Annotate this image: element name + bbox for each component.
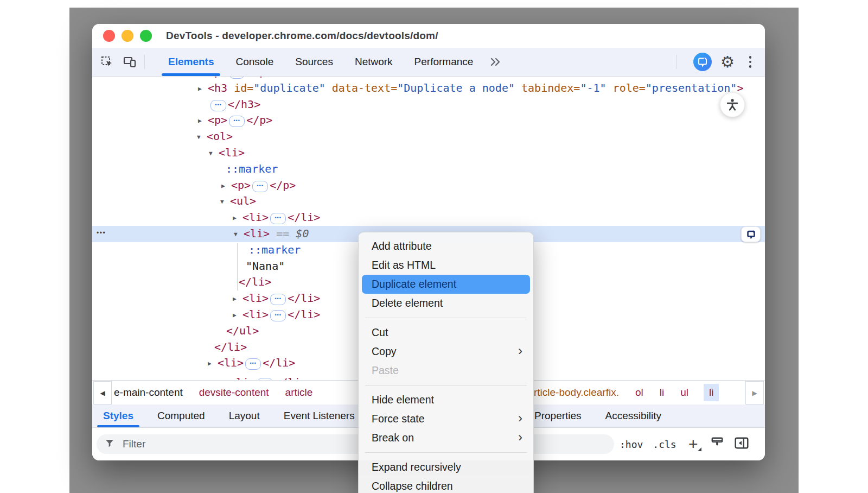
- dock-side-icon[interactable]: [734, 436, 749, 452]
- menu-item-add-attribute[interactable]: Add attribute: [362, 237, 530, 256]
- disclosure-right-icon[interactable]: ▶: [233, 291, 242, 307]
- dom-token-tag: <li>: [229, 376, 256, 380]
- dom-tree-row[interactable]: ▶<p>•••</p>: [92, 112, 765, 129]
- breadcrumb-item[interactable]: li: [659, 384, 665, 401]
- dom-tree-row[interactable]: ▼<li>: [92, 145, 765, 161]
- accessibility-person-icon[interactable]: [720, 92, 745, 117]
- new-style-rule-icon[interactable]: +: [686, 436, 700, 452]
- disclosure-right-icon[interactable]: ▶: [221, 178, 231, 194]
- disclosure-right-icon[interactable]: ▶: [233, 210, 242, 226]
- dom-token-pseudo: ::marker: [248, 243, 301, 256]
- more-options-icon[interactable]: [743, 55, 757, 69]
- menu-item-delete-element[interactable]: Delete element: [362, 294, 530, 313]
- menu-separator: [365, 452, 527, 453]
- disclosure-right-icon[interactable]: ▶: [220, 375, 229, 380]
- pseudo-state-toggle[interactable]: :hov: [620, 439, 643, 450]
- breadcrumb-item[interactable]: e-main-content: [113, 384, 184, 401]
- dom-tree-row[interactable]: ▶<p>•••</p>: [92, 77, 765, 80]
- styles-filter[interactable]: [97, 434, 614, 454]
- toolbar-divider: [676, 55, 677, 69]
- sidebar-tab-styles[interactable]: Styles: [97, 404, 140, 427]
- dom-token-tag: </li>: [239, 275, 271, 288]
- tab-network[interactable]: Network: [348, 48, 400, 76]
- menu-item-break-on[interactable]: Break on›: [362, 428, 530, 447]
- disclosure-down-icon[interactable]: ▼: [197, 129, 207, 146]
- breadcrumb-item[interactable]: rticle-body.clearfix.: [533, 384, 620, 401]
- menu-item-cut[interactable]: Cut: [362, 323, 530, 342]
- disclosure-down-icon[interactable]: ▼: [234, 226, 244, 243]
- menu-item-copy[interactable]: Copy›: [362, 342, 530, 361]
- breadcrumb-item[interactable]: ol: [634, 384, 644, 401]
- disclosure-down-icon[interactable]: ▼: [220, 194, 230, 210]
- dom-tree-row[interactable]: ▶<li>•••</li>: [92, 210, 765, 226]
- sidebar-tab-event-listeners[interactable]: Event Listeners: [277, 404, 361, 427]
- dom-token-tag: <ul>: [230, 194, 256, 207]
- dom-token-tag: <p>: [231, 179, 251, 192]
- device-toolbar-icon[interactable]: [123, 55, 137, 69]
- row-menu-dots-icon[interactable]: •••: [97, 225, 106, 242]
- sidebar-tab-properties[interactable]: Properties: [528, 404, 588, 427]
- disclosure-right-icon[interactable]: ▶: [208, 356, 218, 372]
- dom-tree-row[interactable]: •••</h3>: [92, 97, 765, 113]
- menu-item-expand-recursively[interactable]: Expand recursively: [362, 458, 530, 477]
- dom-token-attr: data-text=: [332, 81, 397, 94]
- window-titlebar: DevTools - developer.chrome.com/docs/dev…: [92, 24, 765, 48]
- tab-console[interactable]: Console: [228, 48, 280, 76]
- menu-item-hide-element[interactable]: Hide element: [362, 390, 530, 409]
- tab-performance[interactable]: Performance: [407, 48, 481, 76]
- menu-item-edit-as-html[interactable]: Edit as HTML: [362, 256, 530, 275]
- expand-inline-badge[interactable]: •••: [229, 116, 245, 127]
- expand-inline-badge[interactable]: •••: [270, 310, 286, 321]
- expand-inline-badge[interactable]: •••: [252, 181, 268, 192]
- dom-tree-row[interactable]: ::marker: [92, 161, 765, 178]
- inspect-icon[interactable]: [100, 55, 114, 69]
- dom-tree-row[interactable]: ▶<p>•••</p>: [92, 178, 765, 194]
- sidebar-tab-computed[interactable]: Computed: [151, 404, 212, 427]
- disclosure-right-icon[interactable]: ▶: [233, 307, 242, 324]
- menu-item-duplicate-element[interactable]: Duplicate element: [362, 275, 530, 294]
- expand-inline-badge[interactable]: •••: [270, 213, 286, 224]
- dom-tree-row[interactable]: ▶<h3 id="duplicate" data-text="Duplicate…: [92, 80, 765, 97]
- tab-elements[interactable]: Elements: [161, 48, 221, 76]
- ai-assistant-icon[interactable]: [693, 53, 712, 71]
- close-button[interactable]: [103, 30, 115, 42]
- sidebar-tab-layout[interactable]: Layout: [222, 404, 266, 427]
- disclosure-down-icon[interactable]: ▼: [209, 146, 219, 162]
- element-classes-toggle[interactable]: .cls: [653, 439, 676, 450]
- disclosure-right-icon[interactable]: ▶: [198, 81, 208, 97]
- expand-inline-badge[interactable]: •••: [245, 358, 261, 370]
- dom-token-tag: <li>: [218, 356, 244, 369]
- minimize-button[interactable]: [122, 30, 133, 42]
- breadcrumb-item[interactable]: article: [284, 384, 314, 401]
- breadcrumb-item[interactable]: ul: [679, 384, 690, 401]
- dom-tree-row[interactable]: ▼<ol>: [92, 129, 765, 145]
- menu-item-collapse-children[interactable]: Collapse children: [362, 477, 530, 493]
- dom-token-tag: <li>: [242, 292, 269, 305]
- breadcrumb-back-icon[interactable]: ◀: [93, 381, 112, 404]
- ai-assistant-badge[interactable]: [741, 226, 761, 242]
- expand-inline-badge[interactable]: •••: [229, 77, 245, 79]
- dom-token-tag: </p>: [270, 179, 296, 192]
- dom-token-tag: </li>: [263, 356, 295, 369]
- expand-inline-badge[interactable]: •••: [210, 100, 226, 111]
- breadcrumb-forward-icon[interactable]: ▶: [745, 381, 764, 404]
- more-tabs-icon[interactable]: [489, 55, 503, 69]
- expand-inline-badge[interactable]: •••: [270, 294, 286, 305]
- sidebar-tab-accessibility[interactable]: Accessibility: [599, 404, 668, 427]
- menu-item-paste[interactable]: Paste: [362, 361, 530, 380]
- rendering-brush-icon[interactable]: [710, 436, 724, 452]
- dom-token-tag: </li>: [288, 292, 320, 305]
- settings-icon[interactable]: ⚙: [720, 55, 735, 69]
- menu-item-force-state[interactable]: Force state›: [362, 409, 530, 428]
- menu-separator: [365, 385, 527, 385]
- zoom-button[interactable]: [140, 30, 152, 42]
- dom-token-val: "Duplicate a node": [397, 81, 515, 94]
- dom-token-tag: >: [737, 81, 743, 94]
- breadcrumb-item[interactable]: li: [704, 384, 719, 401]
- dom-token-tag: </li>: [288, 211, 320, 224]
- dom-token-tag: <p>: [208, 77, 227, 78]
- dom-tree-row[interactable]: ▼<ul>: [92, 193, 765, 210]
- disclosure-right-icon[interactable]: ▶: [198, 113, 208, 129]
- breadcrumb-item[interactable]: devsite-content: [198, 384, 270, 401]
- tab-sources[interactable]: Sources: [288, 48, 340, 76]
